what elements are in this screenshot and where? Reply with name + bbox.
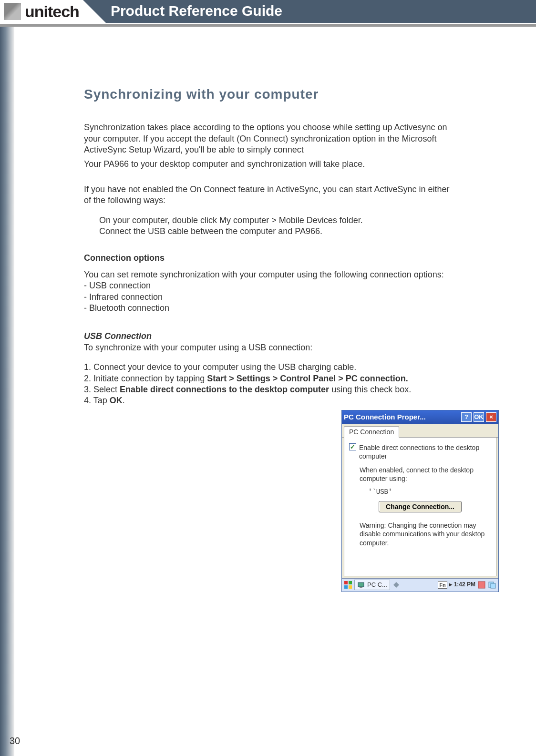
clock: 1:42 PM: [454, 581, 475, 589]
header-divider: [0, 24, 536, 27]
svg-rect-2: [344, 585, 348, 589]
close-button[interactable]: ×: [486, 412, 496, 422]
step-3: 3. Select Enable direct connections to t…: [84, 384, 456, 395]
step-4-prefix: 4. Tap: [84, 396, 110, 405]
tray-icon-2[interactable]: [488, 581, 496, 589]
step-3-suffix: using this check box.: [329, 385, 411, 394]
svg-rect-4: [358, 582, 364, 587]
change-connection-button[interactable]: Change Connection...: [379, 501, 462, 512]
connection-options-intro: You can set remote synchronization with …: [84, 269, 456, 280]
tray-icon-1[interactable]: [477, 581, 486, 589]
dialog-titlebar: PC Connection Proper... ? OK ×: [342, 410, 498, 424]
dialog-title: PC Connection Proper...: [344, 412, 459, 422]
step-2-path: Start > Settings > Control Panel > PC co…: [207, 374, 408, 383]
taskbar-sep-icon: [392, 581, 401, 589]
dialog-panel: ✓ Enable direct connections to the deskt…: [344, 438, 496, 576]
opt-infrared: - Infrared connection: [84, 292, 456, 303]
usb-connection-head: USB Connection: [84, 331, 456, 342]
step-2-prefix: 2. Initiate connection by tapping: [84, 374, 207, 383]
enable-checkbox-label: Enable direct connections to the desktop…: [359, 443, 491, 460]
unitech-logo-icon: [4, 3, 21, 20]
enable-checkbox-row[interactable]: ✓ Enable direct connections to the deskt…: [349, 443, 491, 460]
taskbar: PC C... Fn ▸ 1:42 PM: [342, 578, 498, 592]
svg-rect-3: [349, 585, 352, 589]
svg-rect-8: [491, 583, 495, 588]
main-content: Synchronizing with your computer Synchro…: [84, 86, 456, 407]
svg-rect-0: [344, 581, 348, 584]
step-1: 1. Connect your device to your computer …: [84, 362, 456, 373]
step-2: 2. Initiate connection by tapping Start …: [84, 373, 456, 384]
taskbar-app-button[interactable]: PC C...: [354, 580, 390, 590]
taskbar-app-label: PC C...: [367, 581, 387, 589]
enable-checkbox[interactable]: ✓: [349, 443, 356, 450]
taskbar-tray: Fn ▸ 1:42 PM: [438, 581, 496, 589]
pc-icon: [357, 581, 366, 589]
svg-rect-1: [349, 581, 352, 584]
usb-intro: To synchronize with your computer using …: [84, 342, 456, 353]
intro-p1b: Your PA966 to your desktop computer and …: [84, 159, 456, 170]
step-3-option: Enable direct connections to the desktop…: [120, 385, 329, 394]
tray-arrow-icon: ▸: [449, 581, 452, 589]
brand-name: unitech: [25, 2, 79, 21]
dialog-tabs: PC Connection: [342, 424, 498, 438]
opt-bluetooth: - Bluetooth connection: [84, 303, 456, 314]
bullet-1: On your computer, double click My comput…: [99, 215, 456, 226]
step-4: 4. Tap OK.: [84, 395, 456, 406]
opt-usb: - USB connection: [84, 280, 456, 291]
page-header: unitech Product Reference Guide: [0, 0, 536, 23]
step-4-suffix: .: [123, 396, 125, 405]
brand-logo: unitech: [0, 0, 83, 23]
connection-type: '`USB': [368, 488, 491, 496]
step-3-prefix: 3. Select: [84, 385, 120, 394]
help-button[interactable]: ?: [461, 412, 472, 422]
ok-button[interactable]: OK: [474, 412, 484, 422]
page-number: 30: [10, 736, 20, 746]
step-4-ok: OK: [110, 396, 123, 405]
enable-description: When enabled, connect to the desktop com…: [360, 466, 491, 483]
svg-rect-6: [478, 582, 485, 588]
fn-indicator: Fn: [438, 581, 447, 589]
intro-p2: If you have not enabled the On Connect f…: [84, 184, 456, 206]
pc-connection-dialog: PC Connection Proper... ? OK × PC Connec…: [341, 410, 499, 592]
bullet-2: Connect the USB cable between the comput…: [99, 226, 456, 237]
tab-pc-connection[interactable]: PC Connection: [344, 426, 399, 438]
side-accent: [0, 27, 14, 756]
doc-title: Product Reference Guide: [106, 0, 536, 23]
svg-rect-5: [360, 587, 362, 588]
header-chevron: [83, 0, 106, 23]
section-title: Synchronizing with your computer: [84, 86, 456, 103]
intro-p1: Synchronization takes place according to…: [84, 122, 456, 155]
connection-options-head: Connection options: [84, 253, 456, 264]
warning-text: Warning: Changing the connection may dis…: [360, 521, 491, 547]
start-icon[interactable]: [344, 581, 352, 589]
